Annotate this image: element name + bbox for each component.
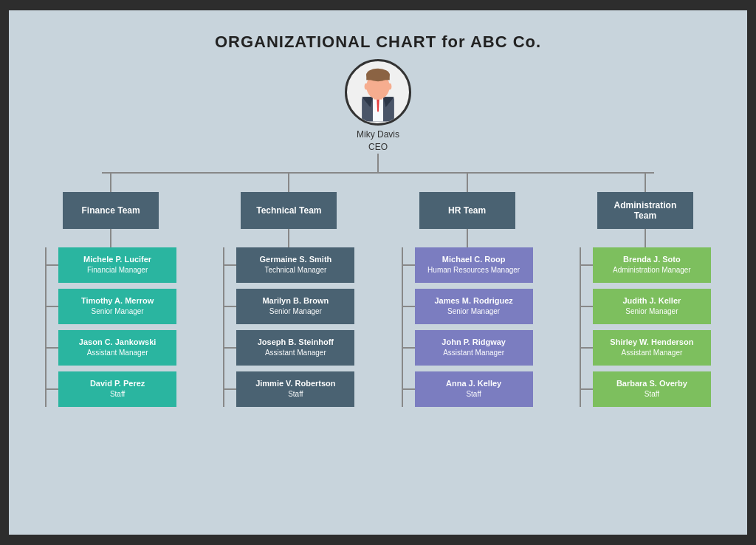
admin-top-connector — [645, 174, 646, 192]
stub — [581, 388, 593, 390]
ceo-role: CEO — [357, 141, 399, 154]
finance-mid-connector — [110, 229, 111, 247]
table-row: Jimmie V. Robertson Staff — [224, 371, 354, 407]
admin-branch: Brenda J. Soto Administration Manager Ju… — [566, 247, 725, 407]
top-h-line — [102, 172, 655, 174]
stub — [581, 306, 593, 307]
finance-branch: Michele P. Lucifer Financial Manager Tim… — [31, 247, 190, 407]
list-item: Jason C. Jankowski Assistant Manager — [58, 330, 176, 366]
table-row: Germaine S. Smith Technical Manager — [224, 247, 354, 283]
list-item: John P. Ridgway Assistant Manager — [415, 330, 533, 366]
finance-col: Finance Team Michele P. Lucifer Financia… — [31, 174, 190, 407]
teams-area: Finance Team Michele P. Lucifer Financia… — [24, 174, 732, 407]
chart-container: ORGANIZATIONAL CHART for ABC Co. — [9, 10, 747, 535]
table-row: Michele P. Lucifer Financial Manager — [47, 247, 176, 283]
stub — [224, 347, 236, 349]
stub — [47, 388, 58, 390]
table-row: Marilyn B. Brown Senior Manager — [224, 289, 354, 324]
list-item: Anna J. Kelley Staff — [415, 371, 533, 407]
admin-cards: Brenda J. Soto Administration Manager Ju… — [581, 247, 711, 407]
technical-branch: Germaine S. Smith Technical Manager Mari… — [209, 247, 368, 407]
list-item: Timothy A. Merrow Senior Manager — [58, 289, 176, 324]
table-row: Anna J. Kelley Staff — [403, 371, 533, 407]
ceo-section: Miky Davis CEO — [345, 59, 411, 154]
list-item: Brenda J. Soto Administration Manager — [593, 247, 711, 283]
table-row: Michael C. Roop Human Resources Manager — [403, 247, 533, 283]
list-item: Michael C. Roop Human Resources Manager — [415, 247, 533, 283]
list-item: Marilyn B. Brown Senior Manager — [236, 289, 354, 324]
finance-top-connector — [110, 174, 111, 192]
table-row: Jason C. Jankowski Assistant Manager — [47, 330, 176, 366]
admin-team-box: Administration Team — [597, 192, 693, 229]
table-row: Shirley W. Henderson Assistant Manager — [581, 330, 711, 366]
technical-mid-connector — [288, 229, 289, 247]
technical-cards: Germaine S. Smith Technical Manager Mari… — [224, 247, 354, 407]
stub — [47, 306, 58, 307]
stub — [581, 347, 593, 349]
table-row: John P. Ridgway Assistant Manager — [403, 330, 533, 366]
stub — [47, 347, 58, 349]
admin-mid-connector — [645, 229, 646, 247]
svg-point-9 — [365, 83, 368, 90]
list-item: Barbara S. Overby Staff — [593, 371, 711, 407]
list-item: Joseph B. Steinhoff Assistant Manager — [236, 330, 354, 366]
technical-top-connector — [288, 174, 289, 192]
list-item: Germaine S. Smith Technical Manager — [236, 247, 354, 283]
hr-mid-connector — [467, 229, 468, 247]
finance-team-box: Finance Team — [63, 192, 159, 229]
list-item: Michele P. Lucifer Financial Manager — [58, 247, 176, 283]
hr-cards: Michael C. Roop Human Resources Manager … — [403, 247, 533, 407]
svg-point-10 — [388, 83, 391, 90]
stub — [224, 388, 236, 390]
list-item: James M. Rodriguez Senior Manager — [415, 289, 533, 324]
stub — [403, 306, 415, 307]
list-item: Jimmie V. Robertson Staff — [236, 371, 354, 407]
table-row: David P. Perez Staff — [47, 371, 176, 407]
org-layout: Miky Davis CEO Finance Team — [24, 59, 732, 407]
table-row: Joseph B. Steinhoff Assistant Manager — [224, 330, 354, 366]
ceo-label: Miky Davis CEO — [357, 128, 399, 154]
table-row: Judith J. Keller Senior Manager — [581, 289, 711, 324]
table-row: James M. Rodriguez Senior Manager — [403, 289, 533, 324]
hr-top-connector — [467, 174, 468, 192]
stub — [581, 264, 593, 266]
stub — [224, 306, 236, 307]
ceo-avatar — [345, 59, 411, 126]
stub — [403, 388, 415, 390]
technical-col: Technical Team Germaine S. Smith Technic… — [209, 174, 368, 407]
table-row: Barbara S. Overby Staff — [581, 371, 711, 407]
table-row: Brenda J. Soto Administration Manager — [581, 247, 711, 283]
hr-team-box: HR Team — [419, 192, 515, 229]
technical-team-box: Technical Team — [241, 192, 337, 229]
stub — [403, 347, 415, 349]
table-row: Timothy A. Merrow Senior Manager — [47, 289, 176, 324]
hr-branch: Michael C. Roop Human Resources Manager … — [388, 247, 547, 407]
admin-col: Administration Team Brenda J. Soto Admin… — [566, 174, 725, 407]
ceo-name: Miky Davis — [357, 128, 399, 141]
finance-cards: Michele P. Lucifer Financial Manager Tim… — [47, 247, 176, 407]
stub — [403, 264, 415, 266]
list-item: David P. Perez Staff — [58, 371, 176, 407]
stub — [224, 264, 236, 266]
svg-rect-8 — [366, 74, 390, 80]
hr-col: HR Team Michael C. Roop Human Resources … — [388, 174, 547, 407]
list-item: Judith J. Keller Senior Manager — [593, 289, 711, 324]
ceo-down-connector — [377, 154, 379, 172]
stub — [47, 264, 58, 266]
list-item: Shirley W. Henderson Assistant Manager — [593, 330, 711, 366]
chart-title: ORGANIZATIONAL CHART for ABC Co. — [24, 25, 732, 52]
